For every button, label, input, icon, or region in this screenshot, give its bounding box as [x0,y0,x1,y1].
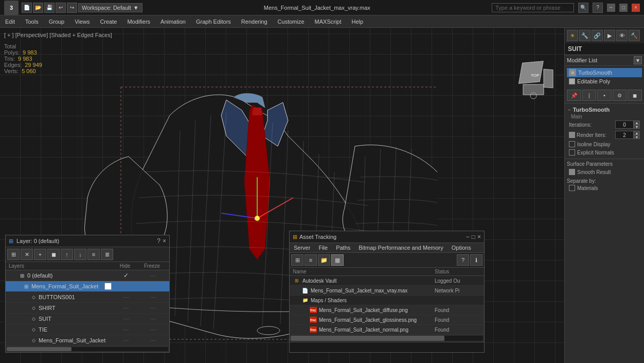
menu-edit[interactable]: Edit [0,15,20,27]
asset-max-file-status: Network Pi [435,288,481,293]
asset-minimize-button[interactable]: − [466,233,470,240]
menu-modifiers[interactable]: Modifiers [122,15,155,27]
asset-info-button[interactable]: ℹ [470,254,482,266]
ts-header[interactable]: − TurboSmooth [567,106,642,114]
smooth-result-checkbox[interactable] [569,169,575,175]
panel-icon-utilities[interactable]: 🔨 [629,30,640,41]
save-button[interactable]: 💾 [44,3,55,13]
asset-menu-bitmap[interactable]: Bitmap Performance and Memory [354,243,447,252]
asset-input-row[interactable] [290,342,484,352]
asset-paths-button[interactable]: 📁 [318,254,330,266]
asset-menu-server[interactable]: Server [290,243,314,252]
asset-menu-paths[interactable]: Paths [332,243,354,252]
layers-scrollbar[interactable] [7,347,168,351]
editable-poly-checkbox[interactable] [569,78,575,84]
ts-isoline-checkbox[interactable] [569,141,575,147]
asset-help-button[interactable]: ? [457,254,469,266]
layer-row-suit[interactable]: ◇ SUIT ···· ···· [6,314,169,324]
asset-list-button[interactable]: ≡ [305,254,317,266]
mod-pin-button[interactable]: 📌 [567,90,581,101]
help-icon[interactable]: ? [593,3,603,13]
viewport[interactable]: [ + ] [Perspective] [Shaded + Edged Face… [0,28,564,363]
ts-explicit-checkbox[interactable] [569,149,575,155]
layers-move-up-button[interactable]: ↑ [61,249,73,260]
ts-iterations-up[interactable]: ▲ [634,120,640,125]
workspace-label: Workspace: Default [82,5,131,11]
maximize-button[interactable]: □ [619,4,628,12]
asset-menu-file[interactable]: File [314,243,332,252]
panel-icon-display[interactable]: ☀ [567,30,578,41]
close-button[interactable]: × [632,4,640,12]
menu-tools[interactable]: Tools [20,15,44,27]
layer-row-jacket[interactable]: ⊞ Mens_Formal_Suit_Jacket ···· ···· [6,281,169,292]
asset-row-maps[interactable]: 📁 Maps / Shaders [290,296,484,305]
menu-rendering[interactable]: Rendering [236,15,273,27]
mod-pipe-button[interactable]: | [582,90,597,101]
asset-maximize-button[interactable]: □ [472,233,475,240]
asset-connect-button[interactable]: ⊞ [291,254,303,266]
layers-move-down-button[interactable]: ↓ [74,249,86,260]
layers-collapse-button[interactable]: ≡ [87,249,100,260]
open-button[interactable]: 📂 [33,3,43,13]
menu-group[interactable]: Group [44,15,70,27]
layer-jacket-name: Mens_Formal_Suit_Jacket [31,283,104,289]
search-box[interactable]: Type a keyword or phrase [492,3,574,12]
asset-close-button[interactable]: × [477,233,481,240]
mod-copy-button[interactable]: ◼ [628,90,642,101]
layer-row-default[interactable]: ⊞ 0 (default) ✓ ···· [6,270,169,281]
materials-checkbox[interactable] [569,185,575,191]
asset-row-max-file[interactable]: 📄 Mens_Formal_Suit_Jacket_max_vray.max N… [290,286,484,296]
layers-close-button[interactable]: × [163,237,166,245]
asset-diffuse-name: Mens_Formal_Suit_Jacket_diffuse.png [319,307,435,313]
layers-add-button[interactable]: + [34,249,46,260]
menu-create[interactable]: Create [95,15,122,27]
menu-help[interactable]: Help [347,15,369,27]
modifier-editable-poly[interactable]: Editable Poly [567,77,642,85]
asset-row-glossiness[interactable]: fnc Mens_Formal_Suit_Jacket_glossiness.p… [290,315,484,325]
search-icon[interactable]: 🔍 [578,3,588,13]
redo-button[interactable]: ↪ [67,3,77,13]
ts-render-iters-down[interactable]: ▼ [634,135,640,139]
ts-render-iters-up[interactable]: ▲ [634,131,640,135]
ts-render-iters-checkbox[interactable] [569,132,575,138]
layer-row-jacket2[interactable]: ◇ Mens_Formal_Suit_Jacket ···· ···· [6,335,169,346]
menu-animation[interactable]: Animation [155,15,191,27]
asset-row-vault[interactable]: ⊞ Autodesk Vault Logged Ou [290,276,484,286]
menu-views[interactable]: Views [69,15,95,27]
layers-new-button[interactable]: ⊞ [7,249,20,260]
asset-menu-options[interactable]: Options [448,243,475,252]
ts-iterations-down[interactable]: ▼ [634,125,640,129]
ts-render-iters-input[interactable] [615,131,634,139]
panel-icon-hierarchy[interactable]: 🔗 [592,30,603,41]
modifier-turbosmooth[interactable]: ⊞ TurboSmooth [567,68,642,77]
ts-iterations-input[interactable] [615,120,634,129]
mod-dot-button[interactable]: • [597,90,612,101]
layer-row-shirt[interactable]: ◇ SHIRT ···· ···· [6,303,169,314]
minimize-button[interactable]: − [607,4,615,12]
layers-delete-button[interactable]: ✕ [21,249,33,260]
mod-settings-button[interactable]: ⚙ [613,90,627,101]
menu-graph-editors[interactable]: Graph Editors [191,15,236,27]
viewport-stats: Total Polys: 9 983 Tris: 9 983 Edges: 29… [4,43,42,74]
undo-button[interactable]: ↩ [56,3,66,13]
asset-scrollbar[interactable] [291,336,483,341]
asset-row-normal[interactable]: fnc Mens_Formal_Suit_Jacket_normal.png F… [290,325,484,335]
layers-help-button[interactable]: ? [157,237,160,245]
asset-table-button[interactable]: ▦ [331,254,344,266]
workspace-selector[interactable]: Workspace: Default ▼ [78,3,142,12]
menu-customize[interactable]: Customize [273,15,310,27]
menu-maxscript[interactable]: MAXScript [310,15,347,27]
layers-select-button[interactable]: ◼ [47,249,60,260]
layers-panel-icon: ⊞ [9,238,13,245]
asset-title: ⊞ Asset Tracking [293,234,336,240]
new-button[interactable]: 📄 [22,3,32,13]
asset-row-diffuse[interactable]: fnc Mens_Formal_Suit_Jacket_diffuse.png … [290,305,484,315]
modifier-list-dropdown[interactable]: ▼ [634,56,642,64]
layer-row-tie[interactable]: ◇ TIE ···· ···· [6,324,169,335]
layers-expand-button[interactable]: ≣ [101,249,113,260]
nav-cube[interactable]: TOP [513,59,554,100]
panel-icon-modify[interactable]: 🔧 [579,30,591,41]
panel-icon-display2[interactable]: 👁 [616,30,628,41]
panel-icon-motion[interactable]: ▶ [604,30,615,41]
layer-row-buttons001[interactable]: ◇ BUTTONS001 ···· ···· [6,292,169,303]
